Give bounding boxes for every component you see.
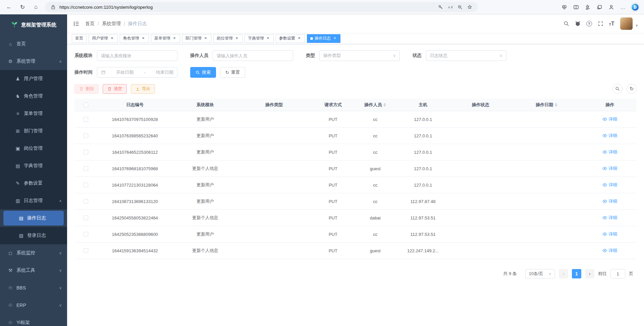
detail-link[interactable]: 详细 (602, 166, 617, 172)
sidebar-item[interactable]: ✎ 参数设置 (0, 175, 67, 192)
page-tab[interactable]: 菜单管理 × (151, 34, 180, 43)
sidebar-item[interactable]: ⚒ 系统工具 ∨ (0, 262, 67, 279)
search-button[interactable]: 搜索 (190, 67, 216, 78)
detail-link[interactable]: 详细 (602, 215, 617, 221)
row-checkbox[interactable] (84, 166, 88, 171)
breadcrumb-home[interactable]: 首页 (85, 21, 95, 27)
sidebar-item[interactable]: ♟ 用户管理 (0, 70, 67, 87)
search-icon[interactable] (564, 21, 569, 26)
page-tab[interactable]: 用户管理 × (89, 34, 118, 43)
profile-icon[interactable] (607, 3, 615, 11)
export-button[interactable]: 导出 (131, 84, 155, 94)
tab-close-icon[interactable]: × (110, 36, 114, 41)
zoom-out-icon[interactable] (457, 4, 463, 10)
sidebar-toggle-icon[interactable] (73, 20, 80, 27)
add-favorite-star-icon[interactable] (466, 4, 473, 10)
password-key-icon[interactable] (437, 4, 444, 10)
table-refresh-icon[interactable]: ↻ (627, 84, 637, 94)
page-size-select[interactable]: 10条/页 ∨ (525, 269, 555, 278)
page-tab[interactable]: 字典管理 × (245, 34, 274, 43)
favorites-icon[interactable] (584, 3, 591, 11)
sort-caret-icon[interactable] (383, 102, 386, 108)
detail-link[interactable]: 详细 (602, 231, 617, 237)
page-tab[interactable]: 首页 (72, 34, 87, 43)
detail-link[interactable]: 详细 (602, 248, 617, 254)
next-page-button[interactable]: › (585, 269, 594, 278)
page-tab[interactable]: 操作日志 × (307, 34, 340, 43)
tab-close-icon[interactable]: × (266, 36, 270, 41)
select-all-checkbox[interactable] (84, 103, 88, 107)
detail-link[interactable]: 详细 (602, 198, 617, 204)
avatar-caret-icon[interactable]: ∨ (636, 23, 638, 27)
url-text[interactable]: https://ccnetcore.com:1101/system/log/op… (59, 5, 434, 10)
font-size-icon[interactable]: TT (609, 21, 614, 26)
sort-caret-icon[interactable] (555, 102, 557, 108)
sidebar-item[interactable]: ▧ 登录日志 (0, 227, 67, 244)
sidebar-item[interactable]: ⚙ 系统管理 ∧ (0, 53, 67, 70)
sidebar-item[interactable]: ≡ 菜单管理 (0, 105, 67, 122)
lock-icon[interactable] (50, 4, 56, 10)
page-tab[interactable]: 部门管理 × (182, 34, 211, 43)
row-checkbox[interactable] (84, 199, 88, 204)
prev-page-button[interactable]: ‹ (559, 269, 568, 278)
sidebar-item[interactable]: ⌂ 首页 (0, 35, 67, 53)
split-screen-icon[interactable] (572, 3, 580, 11)
row-checkbox[interactable] (84, 183, 88, 187)
page-1-button[interactable]: 1 (572, 269, 581, 278)
detail-link[interactable]: 详细 (602, 149, 617, 155)
sidebar-item[interactable]: ☉ ERP ∨ (0, 297, 67, 314)
row-checkbox[interactable] (84, 248, 88, 253)
row-checkbox[interactable] (84, 117, 88, 122)
operator-input[interactable] (217, 53, 289, 58)
browser-back-icon[interactable]: ← (5, 3, 13, 11)
detail-link[interactable]: 详细 (602, 182, 617, 188)
page-tab[interactable]: 参数设置 × (276, 34, 305, 43)
row-checkbox[interactable] (84, 150, 88, 154)
status-select[interactable]: 日志状态 ∨ (426, 50, 506, 61)
delete-button[interactable]: 删除 (74, 84, 99, 94)
table-search-toggle-icon[interactable] (612, 84, 623, 94)
row-checkbox[interactable] (84, 133, 88, 138)
date-range-picker[interactable]: 开始日期 - 结束日期 (97, 67, 177, 78)
goto-page-input[interactable] (610, 269, 625, 278)
sidebar-item[interactable]: ▤ 字典管理 (0, 157, 67, 175)
detail-link[interactable]: 详细 (602, 133, 617, 139)
sidebar-item[interactable]: ⊞ 部门管理 (0, 122, 67, 140)
tab-close-icon[interactable]: × (297, 36, 302, 41)
sidebar-item[interactable]: ◻ 系统监控 ∨ (0, 244, 67, 262)
tab-close-icon[interactable]: × (141, 36, 146, 41)
user-avatar[interactable] (620, 17, 633, 30)
browser-reload-icon[interactable]: ↻ (18, 3, 27, 11)
sidebar-item[interactable]: ▥ 日志管理 ∧ (0, 192, 67, 209)
page-tab[interactable]: 角色管理 × (120, 34, 149, 43)
read-aloud-icon[interactable]: A (447, 4, 453, 10)
browser-essentials-icon[interactable] (560, 3, 568, 11)
github-icon[interactable] (575, 21, 581, 26)
help-icon[interactable]: ? (586, 21, 592, 26)
detail-link[interactable]: 详细 (602, 116, 617, 122)
type-select[interactable]: 操作类型 ∨ (319, 50, 400, 61)
fullscreen-icon[interactable] (598, 21, 603, 26)
row-checkbox[interactable] (84, 215, 88, 220)
bing-copilot-icon[interactable]: b (631, 3, 639, 11)
sidebar-item[interactable]: ☉ Yi框架 (0, 314, 67, 326)
sidebar-item[interactable]: ♞ 角色管理 (0, 87, 67, 105)
column-header-date[interactable]: 操作日期 (510, 99, 583, 111)
reset-button[interactable]: ↻ 重置 (220, 67, 245, 78)
row-checkbox[interactable] (84, 232, 88, 237)
tab-close-icon[interactable]: × (234, 36, 239, 41)
sidebar-item[interactable]: ☉ BBS ∨ (0, 279, 67, 297)
sidebar-item[interactable]: ▣ 岗位管理 (0, 140, 67, 157)
address-bar[interactable]: https://ccnetcore.com:1101/system/log/op… (45, 2, 478, 12)
column-header-operator[interactable]: 操作人员 (356, 99, 395, 111)
collections-icon[interactable] (596, 3, 603, 11)
tab-close-icon[interactable]: × (332, 36, 337, 41)
sidebar-item[interactable]: ▤ 操作日志 (3, 211, 64, 225)
browser-more-icon[interactable]: … (619, 3, 627, 11)
browser-home-icon[interactable]: ⌂ (32, 3, 40, 11)
page-tab[interactable]: 岗位管理 × (213, 34, 243, 43)
clear-button[interactable]: 清空 (103, 84, 127, 94)
tab-close-icon[interactable]: × (203, 36, 208, 41)
breadcrumb-system[interactable]: 系统管理 (102, 21, 121, 27)
tab-close-icon[interactable]: × (172, 36, 177, 41)
